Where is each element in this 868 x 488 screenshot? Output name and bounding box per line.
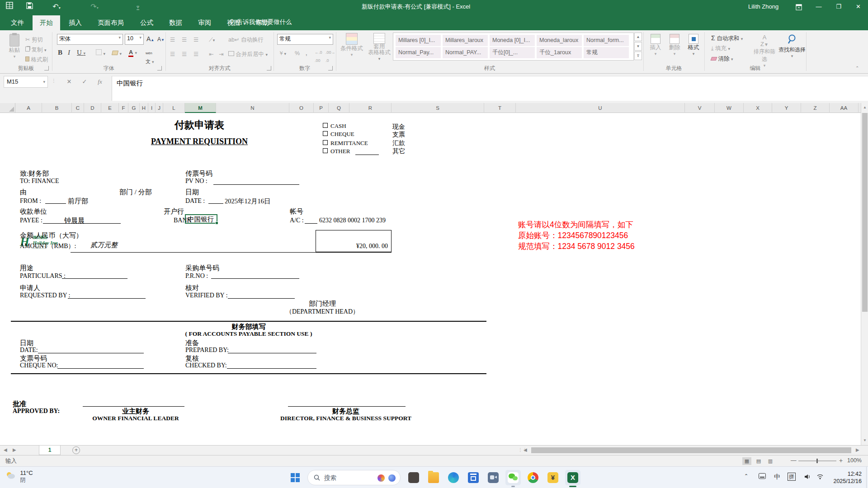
sort-filter-button[interactable]: AZ▼ 排序和筛选▾ [751, 34, 778, 68]
cell-style-chip[interactable]: Normal_Pay... [396, 47, 441, 58]
decrease-decimal-button[interactable]: .00→.0 [326, 48, 335, 65]
horizontal-scroll-thumb[interactable] [531, 447, 851, 453]
column-header-F[interactable]: F [119, 103, 128, 113]
taskbar-file-explorer[interactable] [426, 470, 441, 485]
underline-button[interactable]: U ▾ [77, 48, 85, 57]
insert-cells-button[interactable]: 插入▾ [646, 34, 665, 56]
restore-button[interactable]: ❐ [829, 0, 849, 14]
align-bottom-button[interactable]: ☰ [193, 36, 198, 44]
comma-button[interactable]: , [306, 49, 307, 57]
copy-button[interactable]: 复制 ▾ [25, 46, 47, 54]
vertical-scroll-thumb[interactable] [862, 113, 868, 312]
cell-style-chip[interactable]: Normal_form... [584, 35, 629, 46]
delete-cells-button[interactable]: 删除▾ [665, 34, 684, 56]
column-header-R[interactable]: R [349, 103, 392, 113]
autosum-button[interactable]: Σ 自动求和 ▾ [711, 34, 743, 43]
zoom-slider-knob[interactable] [816, 459, 818, 463]
ribbon-display-options-button[interactable] [789, 0, 809, 14]
number-format-combo[interactable]: 常规▾ [277, 34, 333, 45]
align-left-button[interactable]: ☰ [170, 50, 175, 58]
cell-style-chip[interactable]: Moneda [0]_I... [490, 35, 535, 46]
start-button[interactable] [288, 470, 303, 485]
column-header-X[interactable]: X [744, 103, 772, 113]
hidden-icons-chevron[interactable]: ⌃ [744, 473, 748, 479]
gallery-scroll-up[interactable]: ▲ [634, 33, 642, 41]
dialog-launcher-icon[interactable] [44, 66, 49, 70]
column-header-P[interactable]: P [314, 103, 329, 113]
phonetic-guide-button[interactable]: wén文 ▾ [146, 48, 154, 66]
font-color-button[interactable]: A ▾ [128, 48, 137, 57]
zoom-out-button[interactable]: — [791, 457, 797, 464]
weather-widget[interactable]: 11°C 阴 [5, 469, 33, 484]
redo-button[interactable]: ↷▾ [89, 2, 100, 12]
language-indicator[interactable]: 中 [774, 473, 780, 481]
column-header-C[interactable]: C [72, 103, 84, 113]
formula-input[interactable]: 中国银行 [112, 76, 868, 101]
customize-qat-button[interactable]: ▿̲ [132, 2, 144, 12]
font-name-combo[interactable]: 宋体▾ [57, 34, 123, 45]
fill-color-button[interactable]: ▾ [112, 49, 122, 58]
cell-style-chip[interactable]: 常规 [584, 47, 629, 58]
taskbar-excel[interactable]: X [565, 470, 580, 485]
orientation-button[interactable]: ⟋▾ [209, 36, 215, 44]
clear-button[interactable]: 清除 ▾ [711, 55, 733, 63]
page-break-view-button[interactable]: ▥ [766, 457, 775, 465]
italic-button[interactable]: I [68, 48, 70, 56]
taskbar-search-box[interactable]: 搜索 [307, 470, 401, 485]
cell-style-chip[interactable]: Normal_PAY... [443, 47, 488, 58]
cut-button[interactable]: ✂ 剪切 [25, 36, 43, 44]
undo-button[interactable]: ↶▾ [51, 2, 62, 12]
minimize-button[interactable]: — [809, 0, 829, 14]
sheet-tab-active[interactable]: 1 [39, 446, 61, 455]
font-size-combo[interactable]: 10▾ [125, 34, 144, 45]
column-header-A[interactable]: A [15, 103, 42, 113]
cell-style-chip[interactable]: 千位_1aroux [537, 47, 582, 58]
scroll-up-arrow[interactable]: ▲ [862, 104, 868, 111]
confirm-entry-button[interactable]: ✓ [78, 76, 91, 88]
wrap-text-button[interactable]: ab↵ 自动换行 [228, 36, 264, 44]
selected-cell[interactable] [185, 214, 217, 224]
column-header-Q[interactable]: Q [329, 103, 349, 113]
tab-数据[interactable]: 数据 [162, 15, 189, 30]
align-right-button[interactable]: ☰ [193, 50, 198, 58]
column-header-E[interactable]: E [101, 103, 119, 113]
conditional-formatting-button[interactable]: 条件格式▾ [338, 33, 365, 57]
insert-function-button[interactable]: fx [93, 76, 107, 88]
save-button[interactable] [24, 2, 35, 12]
accounting-format-button[interactable]: ￥▾ [278, 49, 286, 58]
column-header-O[interactable]: O [289, 103, 314, 113]
find-select-button[interactable]: 查找和选择▾ [778, 34, 806, 58]
collapse-ribbon-button[interactable]: ⌃ [855, 66, 859, 70]
column-header-AA[interactable]: AA [830, 103, 859, 113]
horizontal-scrollbar[interactable] [530, 447, 854, 454]
tab-插入[interactable]: 插入 [61, 15, 89, 30]
column-header-U[interactable]: U [516, 103, 685, 113]
gallery-scroll-down[interactable]: ▼ [634, 42, 642, 51]
zoom-slider[interactable] [798, 460, 836, 461]
cell-style-chip[interactable]: Moneda_laroux [537, 35, 582, 46]
tab-页面布局[interactable]: 页面布局 [90, 15, 131, 30]
fill-button[interactable]: ⤓ 填充 ▾ [711, 44, 730, 53]
tell-me-box[interactable]: 告诉我你想要做什么 [229, 18, 292, 26]
cancel-entry-button[interactable]: ✕ [62, 76, 76, 88]
decrease-indent-button[interactable]: ⇤ [209, 50, 213, 58]
percent-button[interactable]: % [295, 49, 300, 57]
tab-审阅[interactable]: 审阅 [191, 15, 218, 30]
bold-button[interactable]: B [58, 48, 62, 56]
clock[interactable]: 12:42 2025/12/16 [833, 470, 862, 485]
column-header-T[interactable]: T [484, 103, 516, 113]
show-desktop-button[interactable] [866, 467, 868, 488]
format-as-table-button[interactable]: 套用表格格式 ▾ [367, 33, 392, 62]
cell-style-chip[interactable]: Millares [0]_I... [396, 35, 441, 46]
taskbar-edge[interactable] [446, 470, 461, 485]
column-header-W[interactable]: W [715, 103, 744, 113]
align-top-button[interactable]: ☰ [170, 36, 176, 44]
taskbar-wechat[interactable] [505, 470, 521, 485]
column-header-G[interactable]: G [128, 103, 140, 113]
sheet-nav-right[interactable]: ▶ [13, 447, 16, 452]
dialog-launcher-icon[interactable] [328, 66, 333, 70]
tab-公式[interactable]: 公式 [133, 15, 160, 30]
scroll-down-arrow[interactable]: ▼ [862, 437, 868, 444]
align-center-button[interactable]: ☰ [182, 50, 187, 58]
select-all-corner[interactable] [0, 103, 15, 113]
